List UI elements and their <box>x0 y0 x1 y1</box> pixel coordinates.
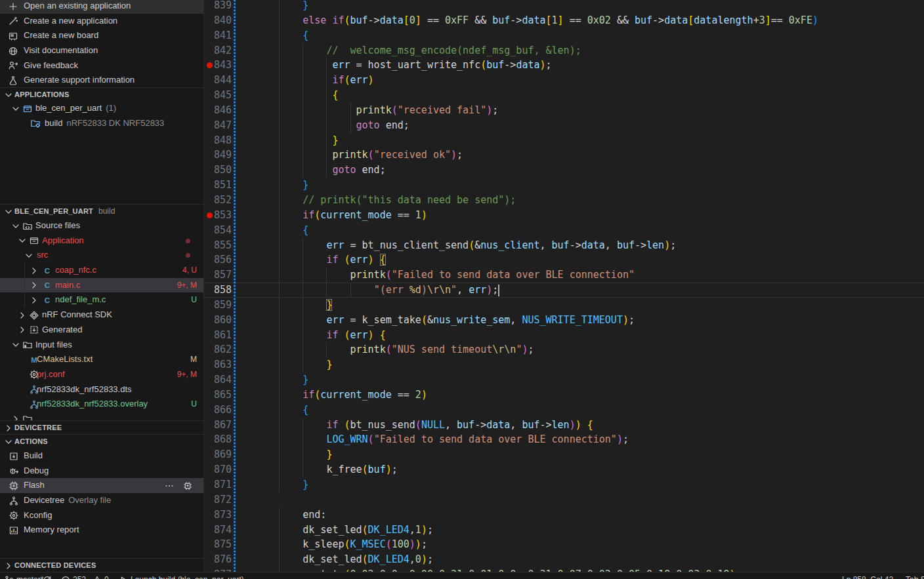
sidebar-item-ble-cen-per-uart[interactable]: ble_cen_per_uart(1) <box>0 101 203 116</box>
line-number[interactable]: 854 <box>204 223 232 238</box>
action-item-kconfig[interactable]: Kconfig <box>0 508 203 523</box>
status-launch[interactable]: Launch build (ble_cen_per_uart) <box>118 572 244 579</box>
code-line-846[interactable]: 846 printk("received fail"); <box>204 103 924 118</box>
tree-item-clipped[interactable] <box>0 412 203 420</box>
code-editor[interactable]: 839 }840 else if(buf->data[0] == 0xFF &&… <box>204 0 924 572</box>
tree-item-ndef-file-m-c[interactable]: Cndef_file_m.cU <box>0 292 203 308</box>
code-line-845[interactable]: 845 { <box>204 88 924 103</box>
line-number[interactable]: 856 <box>204 252 232 268</box>
line-number[interactable]: 874 <box>204 523 232 538</box>
line-number[interactable]: 859 <box>204 298 232 313</box>
action-item-debug[interactable]: Debug <box>0 464 203 479</box>
code-line-856[interactable]: 856 if (err) { <box>204 252 924 268</box>
line-number[interactable]: 869 <box>204 447 232 462</box>
line-number[interactable]: 848 <box>204 133 232 148</box>
line-number[interactable]: 861 <box>204 328 232 343</box>
chevron-right-icon[interactable] <box>29 295 39 306</box>
code-line-850[interactable]: 850 goto end; <box>204 163 924 178</box>
status-right-item[interactable]: Ln 858, Col 42 <box>842 572 893 579</box>
code-line-847[interactable]: 847 goto end; <box>204 118 924 133</box>
line-number[interactable]: 839 <box>204 0 232 13</box>
chevron-down-icon[interactable] <box>10 104 21 114</box>
chevron-right-icon[interactable] <box>29 266 39 276</box>
code-line-849[interactable]: 849 printk("received ok"); <box>204 148 924 163</box>
tree-item-main-c[interactable]: Cmain.c9+, M <box>0 278 203 293</box>
code-line-840[interactable]: 840 else if(buf->data[0] == 0xFF && buf-… <box>204 13 924 28</box>
code-line-865[interactable]: 865 if(current_mode == 2) <box>204 388 924 403</box>
line-number[interactable]: 841 <box>204 28 232 43</box>
line-number[interactable]: 842 <box>204 43 232 58</box>
code-line-860[interactable]: 860 err = k_sem_take(&nus_write_sem, NUS… <box>204 313 924 328</box>
line-number[interactable]: 872 <box>204 492 232 508</box>
tree-item-coap-nfc-c[interactable]: Ccoap_nfc.c4, U <box>0 263 203 278</box>
tree-item-application[interactable]: Application <box>0 233 203 249</box>
section-header-applications[interactable]: APPLICATIONS <box>0 87 203 102</box>
code-line-844[interactable]: 844 if(err) <box>204 73 924 88</box>
line-number[interactable]: 873 <box>204 508 232 523</box>
code-line-876[interactable]: 876 dk_set_led(DK_LED4,0); <box>204 552 924 567</box>
status-right-item[interactable]: Tab Size: 4 <box>906 572 924 579</box>
line-number[interactable]: 860 <box>204 313 232 328</box>
line-number[interactable]: 851 <box>204 178 232 193</box>
code-line-870[interactable]: 870 k_free(buf); <box>204 462 924 477</box>
code-line-869[interactable]: 869 } <box>204 447 924 462</box>
action-item-devicetree[interactable]: DevicetreeOverlay file <box>0 493 203 508</box>
code-line-851[interactable]: 851 } <box>204 178 924 193</box>
code-line-874[interactable]: 874 dk_set_led(DK_LED4,1); <box>204 523 924 538</box>
line-number[interactable]: 850 <box>204 163 232 178</box>
code-line-839[interactable]: 839 } <box>204 0 924 13</box>
chevron-right-icon[interactable] <box>29 280 39 290</box>
sidebar-item-visit-documentation[interactable]: Visit documentation <box>0 43 203 58</box>
code-line-841[interactable]: 841 { <box>204 28 924 43</box>
sidebar-item-give-feedback[interactable]: Give feedback <box>0 58 203 73</box>
code-line-859[interactable]: 859 } <box>204 298 924 313</box>
section-header-actions[interactable]: ACTIONS <box>0 434 203 449</box>
action-item-flash[interactable]: Flash <box>0 478 203 493</box>
line-number[interactable]: 857 <box>204 268 232 283</box>
code-line-868[interactable]: 868 LOG_WRN("Failed to send data over BL… <box>204 432 924 447</box>
section-header-project[interactable]: BLE_CEN_PER_UARTbuild <box>0 204 203 219</box>
line-number[interactable]: 852 <box>204 193 232 208</box>
chevron-down-icon[interactable] <box>24 250 34 261</box>
code-line-854[interactable]: 854 { <box>204 223 924 238</box>
tree-item-nrf52833dk-nrf52833-overlay[interactable]: nrf52833dk_nrf52833.overlayU <box>0 397 203 412</box>
tree-item-src[interactable]: src <box>0 248 203 263</box>
code-line-861[interactable]: 861 if (err) { <box>204 328 924 343</box>
line-number[interactable]: 865 <box>204 388 232 403</box>
code-line-873[interactable]: 873 end: <box>204 508 924 523</box>
line-number[interactable]: 877 <box>204 567 232 572</box>
sidebar-item-create-a-new-board[interactable]: Create a new board <box>0 28 203 43</box>
chevron-right-icon[interactable] <box>10 414 21 420</box>
code-line-857[interactable]: 857 printk("Failed to send data over BLE… <box>204 268 924 283</box>
tree-item-cmakelists-txt[interactable]: MCMakeLists.txtM <box>0 352 203 367</box>
line-number[interactable]: 845 <box>204 88 232 103</box>
code-line-858[interactable]: 858 "(err %d)\r\n", err); <box>204 283 924 298</box>
code-line-866[interactable]: 866 { <box>204 403 924 418</box>
code-line-867[interactable]: 867 if (bt_nus_send(NULL, buf->data, buf… <box>204 418 924 433</box>
sidebar-item-create-a-new-application[interactable]: Create a new application <box>0 14 203 29</box>
code-line-848[interactable]: 848 } <box>204 133 924 148</box>
code-line-875[interactable]: 875 k_sleep(K_MSEC(100)); <box>204 537 924 552</box>
chevron-down-icon[interactable] <box>10 221 21 231</box>
tree-item-nrf-connect-sdk[interactable]: nRF Connect SDK <box>0 308 203 323</box>
chevron-right-icon[interactable] <box>17 325 28 335</box>
action-item-build[interactable]: Build <box>0 449 203 464</box>
section-header-devicetree[interactable]: DEVICETREE <box>0 420 203 435</box>
status-git-branch[interactable]: master* <box>4 572 43 579</box>
line-number[interactable]: 862 <box>204 342 232 357</box>
tree-item-nrf52833dk-nrf52833-dts[interactable]: nrf52833dk_nrf52833.dts <box>0 382 203 397</box>
code-line-864[interactable]: 864 } <box>204 372 924 388</box>
line-number[interactable]: 866 <box>204 403 232 418</box>
line-number[interactable]: 844 <box>204 73 232 88</box>
code-line-853[interactable]: 853 if(current_mode == 1) <box>204 208 924 223</box>
chip-icon[interactable] <box>182 481 193 491</box>
code-line-842[interactable]: 842 // welcome_msg_encode(ndef_msg_buf, … <box>204 43 924 58</box>
status-warning[interactable]: 0 <box>92 572 109 579</box>
code-line-855[interactable]: 855 err = bt_nus_client_send(&nus_client… <box>204 238 924 253</box>
chevron-right-icon[interactable] <box>17 310 28 321</box>
line-number[interactable]: 870 <box>204 462 232 477</box>
line-number[interactable]: 875 <box>204 537 232 552</box>
line-number[interactable]: 868 <box>204 432 232 447</box>
line-number[interactable]: 863 <box>204 357 232 372</box>
code-line-863[interactable]: 863 } <box>204 357 924 372</box>
